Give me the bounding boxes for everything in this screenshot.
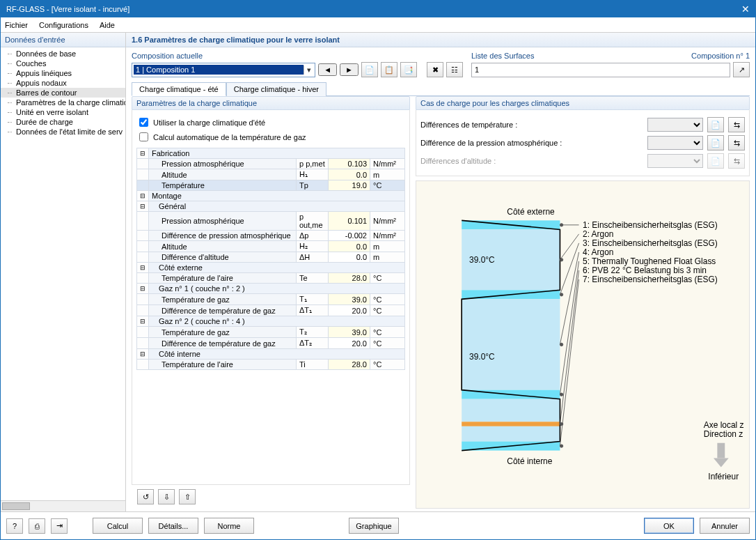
use-summer-load-checkbox[interactable]: Utiliser la charge climatique d'été bbox=[136, 116, 405, 129]
import-icon[interactable]: ⇩ bbox=[158, 489, 175, 504]
delete-composition-icon[interactable]: ✖ bbox=[427, 62, 443, 77]
collapse-icon[interactable]: ⊟ bbox=[137, 201, 149, 212]
calcul-button[interactable]: Calcul bbox=[93, 518, 143, 534]
param-symbol: p out,me bbox=[297, 212, 329, 231]
svg-point-18 bbox=[560, 393, 562, 396]
svg-rect-3 bbox=[462, 299, 560, 389]
collapse-icon[interactable]: ⊟ bbox=[137, 284, 149, 294]
tree-item[interactable]: Paramètres de la charge climatiq bbox=[1, 98, 125, 107]
tree-item[interactable]: Unité en verre isolant bbox=[1, 107, 125, 117]
loadcase-select[interactable] bbox=[647, 118, 703, 132]
tree-item[interactable]: Appuis linéiques bbox=[1, 68, 125, 78]
tree-item[interactable]: Données de base bbox=[1, 49, 125, 59]
collapse-icon[interactable]: ⊟ bbox=[137, 263, 149, 273]
param-unit: °C bbox=[370, 305, 405, 316]
arrow-down-icon bbox=[714, 443, 729, 468]
param-value: 20.0 bbox=[329, 338, 370, 349]
svg-point-16 bbox=[560, 343, 562, 346]
param-value[interactable]: 39.0 bbox=[329, 327, 370, 338]
param-symbol: Ti bbox=[297, 360, 329, 370]
tab-ete[interactable]: Charge climatique - été bbox=[132, 82, 226, 96]
annuler-button[interactable]: Annuler bbox=[700, 518, 750, 534]
pick-surface-icon[interactable]: ↗ bbox=[733, 62, 750, 77]
export-icon[interactable]: ⇧ bbox=[179, 489, 196, 504]
tree-item[interactable]: Durée de charge bbox=[1, 117, 125, 127]
svg-marker-26 bbox=[714, 458, 729, 467]
menu-aide[interactable]: Aide bbox=[100, 21, 115, 29]
tree-item[interactable]: Données de l'état limite de serv bbox=[1, 127, 125, 137]
tree-item[interactable]: Couches bbox=[1, 59, 125, 68]
surfaces-input[interactable] bbox=[471, 63, 730, 77]
parameters-table[interactable]: ⊟FabricationPression atmosphériquep p,me… bbox=[136, 148, 405, 370]
collapse-icon[interactable]: ⊟ bbox=[137, 316, 149, 327]
loadcase-new-icon[interactable]: 📄 bbox=[707, 117, 724, 132]
param-value[interactable]: 28.0 bbox=[329, 360, 370, 370]
param-value[interactable]: 39.0 bbox=[329, 294, 370, 305]
auto-gas-temp-checkbox[interactable]: Calcul automatique de la température de … bbox=[136, 130, 405, 144]
tab-hiver[interactable]: Charge climatique - hiver bbox=[226, 82, 326, 96]
graphique-button[interactable]: Graphique bbox=[349, 518, 399, 534]
nav-tree[interactable]: Données de baseCouchesAppuis linéiquesAp… bbox=[1, 47, 125, 500]
param-value[interactable]: 0.0 bbox=[329, 241, 370, 252]
svg-line-21 bbox=[560, 279, 578, 446]
collapse-icon[interactable]: ⊟ bbox=[137, 148, 149, 159]
svg-text:Axe local z: Axe local z bbox=[704, 420, 744, 430]
param-label: Différence de température de gaz bbox=[149, 338, 297, 349]
print-icon[interactable]: ⎙ bbox=[29, 518, 45, 534]
gas1-temp: 39.0°C bbox=[469, 255, 495, 265]
window-title: RF-GLASS - [Verre isolant - incurvé] bbox=[6, 5, 129, 13]
collapse-icon[interactable]: ⊟ bbox=[137, 349, 149, 360]
loadcase-select[interactable] bbox=[647, 136, 703, 150]
edit-composition-icon[interactable]: 📋 bbox=[381, 62, 397, 77]
main-panel: 1.6 Paramètres de charge climatique pour… bbox=[126, 33, 755, 511]
sidebar-hscroll[interactable] bbox=[1, 500, 125, 511]
param-symbol: p p,met bbox=[297, 159, 329, 169]
menu-configurations[interactable]: Configurations bbox=[39, 21, 88, 29]
diagram-top-label: Côté externe bbox=[507, 207, 555, 217]
composition-combo[interactable]: 1 | Composition 1 ▾ bbox=[132, 63, 315, 77]
composition-prev[interactable]: ◄ bbox=[318, 63, 337, 76]
param-value[interactable]: 0.101 bbox=[329, 212, 370, 231]
svg-point-10 bbox=[560, 224, 562, 226]
loadcase-assign-icon[interactable]: ⇆ bbox=[728, 135, 745, 151]
param-symbol: H₁ bbox=[297, 169, 329, 180]
close-icon[interactable]: ✕ bbox=[741, 3, 750, 15]
svg-rect-7 bbox=[462, 426, 560, 442]
legend-item: 4: Argon bbox=[583, 247, 613, 257]
tree-item[interactable]: Barres de contour bbox=[1, 88, 125, 98]
group-label: Fabrication bbox=[149, 148, 405, 159]
new-composition-icon[interactable]: 📄 bbox=[361, 62, 378, 77]
composition-next[interactable]: ► bbox=[340, 63, 359, 76]
param-label: Température de gaz bbox=[149, 327, 297, 338]
composition-number: Composition n° 1 bbox=[691, 52, 750, 60]
menu-fichier[interactable]: Fichier bbox=[5, 21, 28, 29]
param-value[interactable]: 19.0 bbox=[329, 180, 370, 191]
chevron-down-icon[interactable]: ▾ bbox=[304, 65, 313, 75]
param-symbol: T₂ bbox=[297, 327, 329, 338]
help-icon[interactable]: ? bbox=[6, 518, 23, 534]
param-unit: °C bbox=[370, 294, 405, 305]
details-button[interactable]: Détails... bbox=[148, 518, 198, 534]
param-symbol: ΔT₁ bbox=[297, 305, 329, 316]
legend-item: 2: Argon bbox=[583, 229, 613, 239]
collapse-icon[interactable]: ⊟ bbox=[137, 191, 149, 201]
norme-button[interactable]: Norme bbox=[204, 518, 254, 534]
copy-composition-icon[interactable]: 📑 bbox=[400, 62, 417, 77]
filter-composition-icon[interactable]: ☷ bbox=[446, 62, 463, 77]
loadcase-assign-icon[interactable]: ⇆ bbox=[728, 117, 745, 132]
svg-rect-6 bbox=[462, 422, 560, 426]
group-label: Montage bbox=[149, 191, 405, 201]
param-label: Altitude bbox=[149, 241, 297, 252]
param-value[interactable]: 0.103 bbox=[329, 159, 370, 169]
param-value[interactable]: 28.0 bbox=[329, 273, 370, 284]
reset-icon[interactable]: ↺ bbox=[137, 489, 154, 504]
tree-item[interactable]: Appuis nodaux bbox=[1, 78, 125, 88]
export-footer-icon[interactable]: ⇥ bbox=[51, 518, 68, 534]
group-label: Côté externe bbox=[149, 263, 405, 273]
param-value[interactable]: 0.0 bbox=[329, 169, 370, 180]
legend-item: 1: Einscheibensicherheitsglas (ESG) bbox=[583, 220, 718, 230]
svg-point-12 bbox=[560, 259, 562, 261]
diagram-bottom-label: Côté interne bbox=[507, 456, 552, 466]
ok-button[interactable]: OK bbox=[644, 518, 694, 534]
loadcase-new-icon[interactable]: 📄 bbox=[707, 135, 724, 151]
